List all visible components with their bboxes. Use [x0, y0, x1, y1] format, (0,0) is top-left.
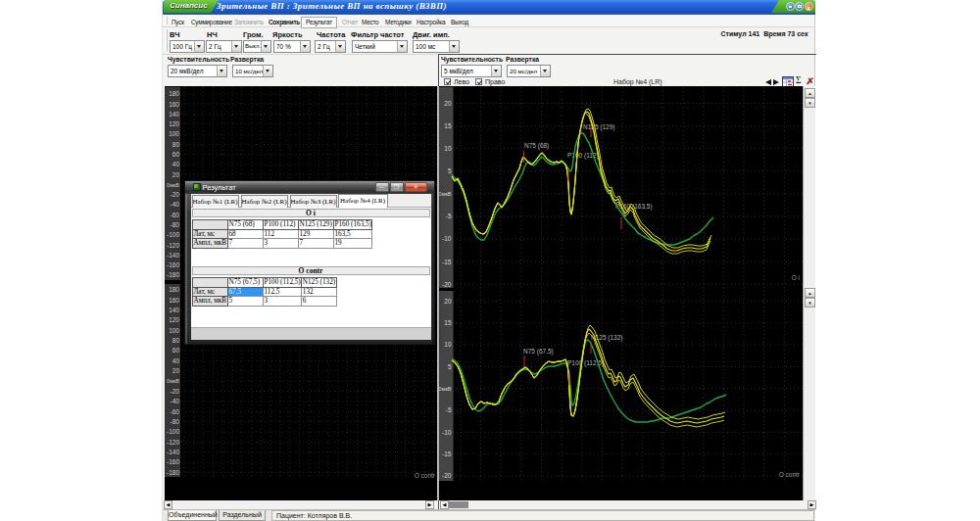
- svg-text:40: 40: [172, 357, 180, 364]
- svg-text:0мкВ: 0мкВ: [167, 182, 179, 188]
- svg-text:-120: -120: [167, 242, 179, 249]
- svg-text:160: 160: [169, 101, 179, 108]
- svg-text:120: 120: [169, 120, 179, 127]
- svg-text:180: 180: [169, 286, 179, 293]
- svg-text:-160: -160: [167, 458, 179, 465]
- svg-text:5: 5: [448, 363, 452, 370]
- svg-text:-140: -140: [167, 449, 179, 455]
- svg-text:60: 60: [172, 347, 180, 354]
- svg-text:-10: -10: [442, 429, 452, 436]
- svg-text:-80: -80: [171, 221, 180, 228]
- svg-text:-20: -20: [442, 472, 452, 479]
- svg-text:-180: -180: [167, 469, 179, 476]
- svg-text:10: 10: [444, 145, 452, 152]
- svg-text:-15: -15: [442, 450, 452, 457]
- svg-text:20: 20: [172, 367, 180, 374]
- svg-text:120: 120: [169, 316, 179, 323]
- svg-text:5: 5: [448, 167, 452, 174]
- svg-text:-20: -20: [171, 388, 180, 395]
- svg-text:0мкВ: 0мкВ: [439, 191, 452, 197]
- svg-text:O contr: O contr: [415, 472, 436, 479]
- svg-text:160: 160: [169, 297, 179, 304]
- svg-text:-40: -40: [171, 398, 180, 404]
- svg-text:-20: -20: [442, 281, 452, 288]
- svg-text:60: 60: [172, 151, 180, 158]
- svg-text:140: 140: [169, 307, 179, 313]
- svg-text:-160: -160: [167, 261, 179, 268]
- svg-text:-10: -10: [442, 235, 452, 242]
- svg-text:100: 100: [169, 130, 179, 137]
- svg-text:-60: -60: [171, 212, 180, 218]
- svg-text:15: 15: [444, 319, 452, 326]
- svg-text:180: 180: [169, 90, 179, 97]
- svg-text:0мкВ: 0мкВ: [167, 378, 179, 384]
- svg-text:-180: -180: [167, 271, 179, 278]
- svg-text:10: 10: [444, 341, 452, 348]
- svg-text:20: 20: [444, 298, 452, 305]
- svg-text:-120: -120: [167, 439, 179, 446]
- svg-text:N125 (129): N125 (129): [583, 123, 615, 131]
- svg-text:-40: -40: [171, 201, 180, 208]
- svg-text:20: 20: [172, 171, 180, 178]
- svg-text:-15: -15: [442, 259, 452, 265]
- svg-text:-100: -100: [167, 231, 179, 238]
- svg-text:20: 20: [444, 100, 452, 107]
- svg-text:-5: -5: [446, 406, 452, 413]
- svg-text:140: 140: [169, 111, 179, 118]
- svg-text:80: 80: [172, 141, 180, 148]
- svg-text:-20: -20: [171, 191, 180, 198]
- svg-text:N75 (68): N75 (68): [524, 142, 549, 150]
- svg-text:-5: -5: [446, 213, 452, 219]
- svg-text:-100: -100: [167, 428, 179, 435]
- svg-text:N75 (67,5): N75 (67,5): [523, 348, 554, 355]
- svg-text:80: 80: [172, 337, 180, 344]
- svg-text:-140: -140: [167, 252, 179, 259]
- svg-text:O i: O i: [792, 274, 800, 281]
- svg-text:O contr: O contr: [779, 471, 801, 478]
- svg-text:15: 15: [444, 122, 452, 129]
- svg-text:0мкВ: 0мкВ: [439, 386, 452, 392]
- svg-text:40: 40: [172, 161, 180, 167]
- svg-text:100: 100: [169, 327, 179, 334]
- svg-text:-60: -60: [171, 408, 180, 415]
- svg-text:-80: -80: [171, 418, 180, 425]
